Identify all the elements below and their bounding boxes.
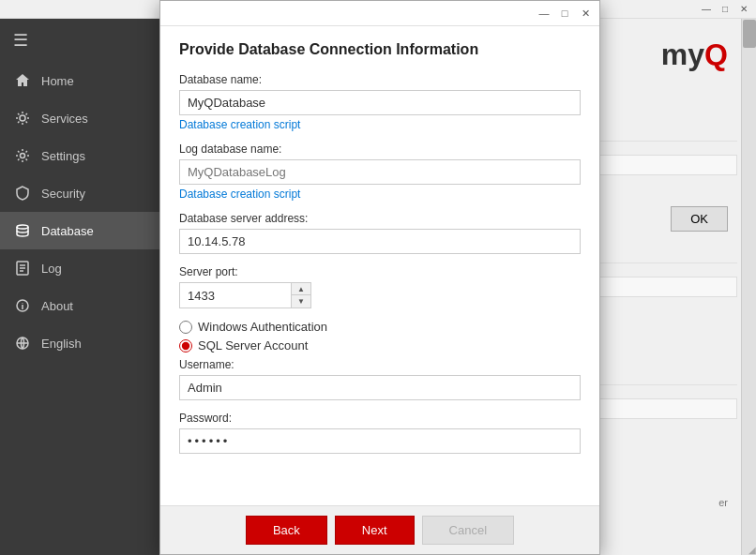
settings-icon bbox=[13, 146, 32, 165]
bg-minimize-button[interactable]: — bbox=[698, 3, 715, 16]
server-address-group: Database server address: bbox=[179, 212, 581, 254]
port-spinner: ▲ ▼ bbox=[292, 282, 311, 308]
sidebar-item-settings[interactable]: Settings bbox=[0, 137, 159, 174]
auth-group: Windows Authentication SQL Server Accoun… bbox=[179, 320, 581, 352]
password-label: Password: bbox=[179, 412, 581, 425]
myq-logo-accent: Q bbox=[704, 38, 728, 71]
log-database-name-input[interactable] bbox=[179, 159, 581, 185]
server-address-input[interactable] bbox=[179, 229, 581, 254]
sidebar-item-database-label: Database bbox=[41, 224, 94, 238]
sidebar-item-log-label: Log bbox=[41, 262, 62, 276]
scrollbar-thumb bbox=[743, 20, 756, 48]
sidebar-item-security-label: Security bbox=[41, 187, 85, 201]
sidebar-item-home[interactable]: Home bbox=[0, 62, 159, 99]
sidebar-item-log[interactable]: Log bbox=[0, 249, 159, 287]
services-icon bbox=[13, 109, 32, 128]
username-label: Username: bbox=[179, 358, 581, 371]
myq-logo: myQ bbox=[661, 38, 728, 72]
bg-close-button[interactable]: ✕ bbox=[735, 3, 752, 16]
svg-point-1 bbox=[21, 154, 25, 158]
windows-auth-radio[interactable] bbox=[179, 321, 192, 334]
sidebar-header: ☰ bbox=[0, 19, 159, 62]
sidebar-item-about[interactable]: About bbox=[0, 287, 159, 324]
server-port-row: ▲ ▼ bbox=[179, 282, 581, 308]
sql-auth-label: SQL Server Account bbox=[198, 338, 308, 352]
database-creation-script-link-2[interactable]: Database creation script bbox=[179, 188, 300, 201]
dialog-footer: Back Next Cancel bbox=[160, 505, 599, 554]
log-database-name-label: Log database name: bbox=[179, 142, 581, 156]
about-icon bbox=[13, 296, 32, 315]
database-name-group: Database name: Database creation script bbox=[179, 73, 581, 131]
dialog-content: Provide Database Connection Information … bbox=[160, 26, 599, 505]
server-port-input[interactable] bbox=[179, 282, 292, 308]
sidebar-item-services-label: Services bbox=[41, 112, 88, 126]
password-group: Password: bbox=[179, 412, 581, 454]
database-icon bbox=[13, 221, 32, 240]
dialog-title: Provide Database Connection Information bbox=[179, 41, 581, 58]
sql-auth-radio[interactable] bbox=[179, 339, 192, 352]
hamburger-icon[interactable]: ☰ bbox=[13, 30, 28, 51]
sidebar-item-english[interactable]: English bbox=[0, 324, 159, 362]
sidebar-item-english-label: English bbox=[41, 337, 82, 351]
port-decrement-button[interactable]: ▼ bbox=[292, 295, 310, 308]
next-button[interactable]: Next bbox=[335, 516, 415, 545]
port-increment-button[interactable]: ▲ bbox=[292, 283, 310, 295]
ok-button[interactable]: OK bbox=[671, 206, 728, 232]
username-group: Username: bbox=[179, 358, 581, 400]
bg-maximize-button[interactable]: □ bbox=[717, 3, 733, 16]
back-button[interactable]: Back bbox=[246, 516, 327, 545]
sidebar-item-database[interactable]: Database bbox=[0, 212, 159, 249]
svg-point-2 bbox=[17, 225, 28, 229]
dialog-minimize-button[interactable]: — bbox=[536, 5, 552, 22]
windows-auth-label: Windows Authentication bbox=[198, 320, 327, 334]
sidebar-item-about-label: About bbox=[41, 299, 73, 313]
sql-auth-option[interactable]: SQL Server Account bbox=[179, 338, 581, 352]
sidebar-item-services[interactable]: Services bbox=[0, 99, 159, 137]
bottom-text: er bbox=[718, 497, 728, 508]
dialog-maximize-button[interactable]: □ bbox=[556, 5, 573, 22]
security-icon bbox=[13, 184, 32, 202]
scrollbar[interactable] bbox=[741, 19, 756, 555]
database-name-label: Database name: bbox=[179, 73, 581, 86]
log-icon bbox=[13, 259, 32, 278]
windows-auth-option[interactable]: Windows Authentication bbox=[179, 320, 581, 334]
database-name-input[interactable] bbox=[179, 90, 581, 115]
server-port-group: Server port: ▲ ▼ bbox=[179, 265, 581, 308]
username-input[interactable] bbox=[179, 375, 581, 400]
cancel-button[interactable]: Cancel bbox=[422, 516, 514, 545]
home-icon bbox=[13, 71, 32, 90]
log-database-name-group: Log database name: Database creation scr… bbox=[179, 142, 581, 201]
database-creation-script-link-1[interactable]: Database creation script bbox=[179, 118, 300, 131]
svg-point-0 bbox=[20, 115, 25, 121]
dialog-titlebar: — □ ✕ bbox=[160, 1, 599, 26]
sidebar: ☰ Home Services bbox=[0, 19, 159, 555]
language-icon bbox=[13, 334, 32, 352]
dialog-close-button[interactable]: ✕ bbox=[577, 5, 594, 22]
sidebar-item-security[interactable]: Security bbox=[0, 174, 159, 212]
sidebar-item-home-label: Home bbox=[41, 74, 74, 88]
resize-handle[interactable]: ◢ bbox=[743, 542, 756, 555]
server-address-label: Database server address: bbox=[179, 212, 581, 225]
dialog-window: — □ ✕ Provide Database Connection Inform… bbox=[159, 0, 600, 555]
server-port-label: Server port: bbox=[179, 265, 581, 278]
sidebar-item-settings-label: Settings bbox=[41, 149, 85, 163]
password-input[interactable] bbox=[179, 428, 581, 454]
